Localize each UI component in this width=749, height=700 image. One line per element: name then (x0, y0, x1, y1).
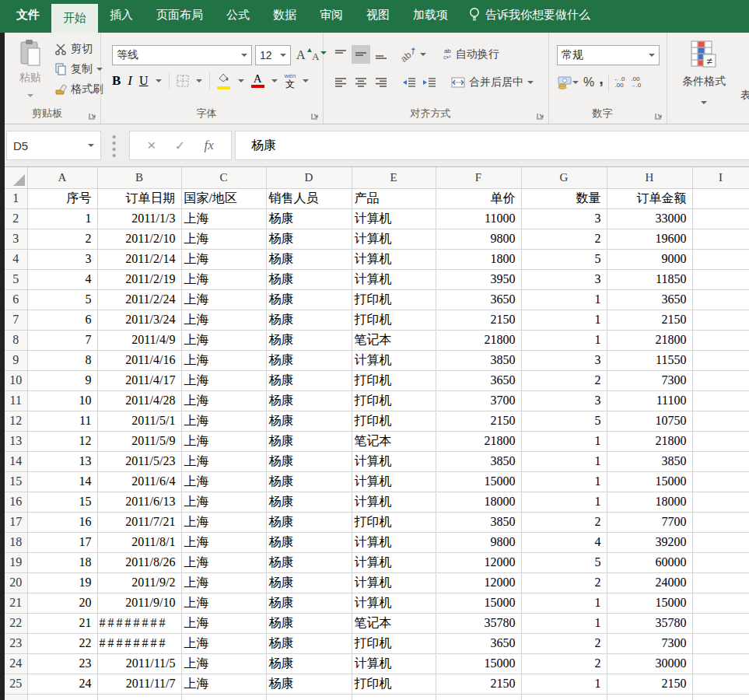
name-box-dropdown-arrow[interactable] (88, 144, 94, 147)
orientation-button[interactable]: ab↗ (400, 45, 418, 64)
cell-E17[interactable]: 打印机 (352, 512, 436, 532)
cell-C25[interactable]: 上海 (181, 674, 266, 694)
cell-F19[interactable]: 12000 (436, 552, 521, 572)
cell-I6[interactable] (692, 289, 749, 310)
font-dialog-launcher[interactable] (311, 111, 320, 120)
cell-E5[interactable]: 计算机 (352, 269, 436, 289)
cell-G19[interactable]: 5 (521, 552, 607, 572)
cell-D3[interactable]: 杨康 (266, 229, 352, 249)
cell-A6[interactable]: 5 (27, 289, 97, 310)
cell-B14[interactable]: 2011/5/23 (97, 451, 181, 471)
column-header-B[interactable]: B (97, 167, 181, 188)
alignment-dialog-launcher[interactable] (537, 111, 545, 120)
cell-H10[interactable]: 7300 (607, 370, 692, 390)
cell-A23[interactable]: 22 (27, 633, 97, 653)
cell-E15[interactable]: 计算机 (352, 471, 436, 492)
ribbon-tab-8[interactable]: 加载项 (401, 0, 460, 30)
cell-F23[interactable]: 3650 (436, 633, 521, 653)
column-header-H[interactable]: H (607, 167, 692, 188)
cell-B21[interactable]: 2011/9/10 (97, 593, 181, 613)
cell-C9[interactable]: 上海 (181, 350, 266, 370)
cell-D7[interactable]: 杨康 (266, 310, 352, 330)
cell-A4[interactable]: 3 (27, 249, 97, 269)
cell-A11[interactable]: 10 (27, 390, 97, 411)
cell-H2[interactable]: 33000 (607, 208, 692, 229)
cell-B16[interactable]: 2011/6/13 (97, 492, 181, 512)
row-header-12[interactable]: 12 (5, 411, 27, 431)
column-header-C[interactable]: C (181, 167, 266, 188)
cell-E12[interactable]: 打印机 (352, 411, 436, 431)
cell-E24[interactable]: 计算机 (352, 653, 436, 674)
cell-G3[interactable]: 2 (521, 229, 607, 249)
column-header-G[interactable]: G (521, 167, 607, 188)
font-color-button[interactable]: A (251, 74, 264, 88)
cell-A26[interactable] (27, 694, 97, 700)
cell-F24[interactable]: 15000 (436, 653, 521, 674)
cell-F20[interactable]: 12000 (436, 572, 521, 593)
cell-B26[interactable] (97, 694, 181, 700)
cell-C24[interactable]: 上海 (181, 653, 266, 674)
cell-H22[interactable]: 35780 (607, 613, 692, 633)
cell-F5[interactable]: 3950 (436, 269, 521, 289)
underline-dropdown-arrow[interactable] (156, 79, 162, 82)
row-header-9[interactable]: 9 (5, 350, 27, 370)
cell-E13[interactable]: 笔记本 (352, 431, 436, 451)
row-header-7[interactable]: 7 (5, 310, 27, 330)
cell-G21[interactable]: 1 (521, 593, 607, 613)
cell-F8[interactable]: 21800 (436, 330, 521, 350)
cell-I15[interactable] (692, 471, 749, 492)
cell-B6[interactable]: 2011/2/24 (97, 289, 181, 310)
cell-A18[interactable]: 17 (27, 532, 97, 552)
cell-D9[interactable]: 杨康 (266, 350, 352, 370)
align-center-button[interactable] (352, 73, 370, 92)
cell-E10[interactable]: 打印机 (352, 370, 436, 390)
cell-G5[interactable]: 3 (521, 269, 607, 289)
cell-I3[interactable] (692, 229, 749, 249)
cell-C23[interactable]: 上海 (181, 633, 266, 653)
column-header-D[interactable]: D (266, 167, 352, 188)
cell-H16[interactable]: 18000 (607, 492, 692, 512)
row-header-11[interactable]: 11 (5, 390, 27, 411)
column-header-F[interactable]: F (436, 167, 521, 188)
cell-H6[interactable]: 3650 (607, 289, 692, 310)
cell-B4[interactable]: 2011/2/14 (97, 249, 181, 269)
paste-button[interactable]: 粘贴 (11, 39, 50, 100)
cell-I8[interactable] (692, 330, 749, 350)
cell-E8[interactable]: 笔记本 (352, 330, 436, 350)
cell-F26[interactable] (436, 694, 521, 700)
cell-H11[interactable]: 11100 (607, 390, 692, 411)
cell-C20[interactable]: 上海 (181, 572, 266, 593)
cell-E26[interactable] (352, 694, 436, 700)
cell-H5[interactable]: 11850 (607, 269, 692, 289)
cell-F9[interactable]: 3850 (436, 350, 521, 370)
cell-G9[interactable]: 3 (521, 350, 607, 370)
cell-I21[interactable] (692, 593, 749, 613)
cell-I19[interactable] (692, 552, 749, 572)
enter-button[interactable]: ✓ (175, 138, 185, 153)
cell-G24[interactable]: 2 (521, 653, 607, 674)
cell-E22[interactable]: 笔记本 (352, 613, 436, 633)
cell-H26[interactable] (607, 694, 692, 700)
cell-B18[interactable]: 2011/8/1 (97, 532, 181, 552)
cell-I2[interactable] (692, 208, 749, 229)
cell-C5[interactable]: 上海 (181, 269, 266, 289)
row-header-25[interactable]: 25 (5, 674, 27, 694)
cell-G2[interactable]: 3 (521, 208, 607, 229)
name-box[interactable]: D5 (6, 131, 101, 160)
cell-B24[interactable]: 2011/11/5 (97, 653, 181, 674)
cell-A13[interactable]: 12 (27, 431, 97, 451)
cell-I12[interactable] (692, 411, 749, 431)
cell-B2[interactable]: 2011/1/3 (97, 208, 181, 229)
cell-B1[interactable]: 订单日期 (97, 188, 181, 208)
cell-C3[interactable]: 上海 (181, 229, 266, 249)
cell-I11[interactable] (692, 390, 749, 411)
cell-B10[interactable]: 2011/4/17 (97, 370, 181, 390)
font-color-dropdown-arrow[interactable] (271, 79, 278, 82)
row-header-22[interactable]: 22 (5, 613, 27, 633)
cell-I20[interactable] (692, 572, 749, 593)
row-header-5[interactable]: 5 (5, 269, 27, 289)
cell-F16[interactable]: 18000 (436, 492, 521, 512)
cell-H4[interactable]: 9000 (607, 249, 692, 269)
cell-F3[interactable]: 9800 (436, 229, 521, 249)
cell-D18[interactable]: 杨康 (266, 532, 352, 552)
